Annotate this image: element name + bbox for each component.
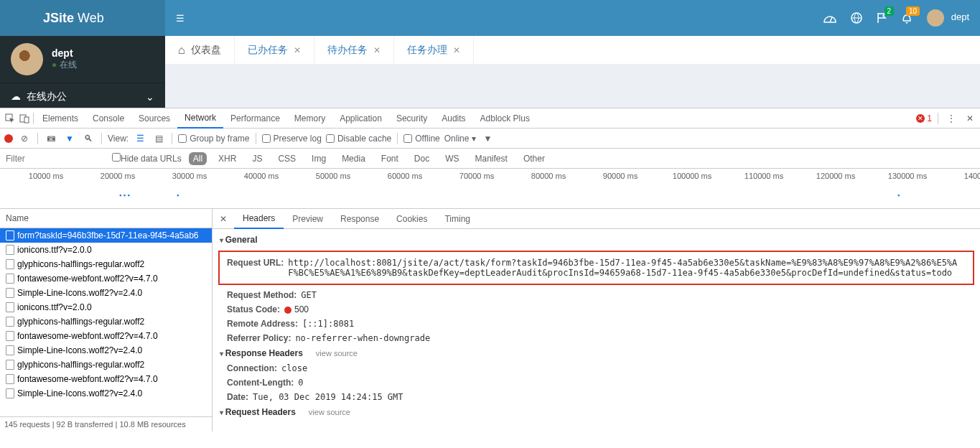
camera-icon[interactable]: 📷︎ [44,134,58,144]
request-row[interactable]: ionicons.ttf?v=2.0.0 [0,243,212,257]
request-row[interactable]: form?taskId=946b3fbe-15d7-11ea-9f45-4a5a… [0,228,212,243]
app-logo[interactable]: JSite Web [0,0,165,36]
request-row[interactable]: fontawesome-webfont.woff2?v=4.7.0 [0,271,212,286]
globe-icon[interactable] [851,12,862,24]
detail-tab-cookies[interactable]: Cookies [388,209,436,229]
clear-icon[interactable]: ⊘ [17,134,32,144]
timeline-marker: ▪ [897,192,900,199]
list-view-icon[interactable]: ☰ [133,134,147,144]
filter-type-manifest[interactable]: Manifest [471,152,512,165]
divider [101,133,102,144]
header-actions: 2 10 dept [823,9,969,27]
arrow-down-icon[interactable]: ▼ [480,134,495,144]
detail-tab-headers[interactable]: Headers [234,209,284,229]
section-response-headers[interactable]: Response Headersview source [213,345,980,361]
detail-tab-preview[interactable]: Preview [284,209,332,229]
filter-type-js[interactable]: JS [248,152,266,165]
dt-tab-adblock[interactable]: Adblock Plus [473,108,537,129]
header-bar: ☰ 2 10 dept [165,0,980,36]
user-avatar-icon [11,43,43,75]
record-icon[interactable] [4,134,13,143]
hide-data-urls-checkbox[interactable]: Hide data URLs [112,153,182,164]
dt-tab-console[interactable]: Console [85,108,131,129]
filter-type-doc[interactable]: Doc [410,152,434,165]
flag-icon[interactable]: 2 [877,12,887,24]
divider [37,133,38,144]
filter-type-font[interactable]: Font [377,152,403,165]
dt-tab-memory[interactable]: Memory [287,108,332,129]
filter-type-css[interactable]: CSS [274,152,300,165]
search-icon[interactable]: 🔍︎ [81,134,95,144]
view-source-link[interactable]: view source [316,349,358,358]
view-source-link[interactable]: view source [309,408,350,416]
sidebar-item-office[interactable]: 在线办公 ⌄ [0,83,165,111]
dt-tab-audits[interactable]: Audits [434,108,472,129]
request-row[interactable]: Simple-Line-Icons.woff2?v=2.4.0 [0,286,212,300]
request-row[interactable]: fontawesome-webfont.woff2?v=4.7.0 [0,372,212,386]
tab-todo[interactable]: 待办任务✕ [314,36,394,64]
inspect-icon[interactable] [3,113,17,123]
header-user[interactable]: dept [927,9,969,27]
close-icon[interactable]: ✕ [294,45,301,55]
timeline[interactable]: 10000 ms 20000 ms 30000 ms 40000 ms 5000… [0,169,980,209]
detail-body: General Request URL:http://localhost:808… [213,229,980,431]
header-user-label: dept [951,11,969,22]
name-column-header[interactable]: Name [0,209,212,228]
request-row[interactable]: glyphicons-halflings-regular.woff2 [0,257,212,271]
dt-tab-network[interactable]: Network [177,108,223,129]
dt-tab-sources[interactable]: Sources [131,108,177,129]
dt-tab-security[interactable]: Security [389,108,434,129]
dt-tab-elements[interactable]: Elements [35,108,85,129]
tab-process[interactable]: 任务办理✕ [394,36,474,64]
filter-type-xhr[interactable]: XHR [214,152,241,165]
request-row[interactable]: Simple-Line-Icons.woff2?v=2.4.0 [0,343,212,358]
svg-rect-3 [24,117,29,123]
status-code-value: 500 [284,304,309,314]
error-dot-icon: ✕ [916,114,925,123]
group-by-frame-checkbox[interactable]: Group by frame [178,134,249,144]
request-row[interactable]: glyphicons-halflings-regular.woff2 [0,314,212,329]
status-error-icon [284,307,291,314]
divider [938,113,938,124]
offline-checkbox[interactable]: Offline [403,134,439,144]
request-row[interactable]: ionicons.ttf?v=2.0.0 [0,300,212,314]
preserve-log-checkbox[interactable]: Preserve log [262,134,322,144]
request-row[interactable]: Simple-Line-Icons.woff2?v=2.4.0 [0,386,212,401]
large-view-icon[interactable]: ▤ [151,134,166,144]
more-icon[interactable]: ⋮ [944,113,958,123]
disable-cache-checkbox[interactable]: Disable cache [326,134,391,144]
request-url-value: http://localhost:8081/jsite/a/act/task/f… [288,258,966,278]
close-icon[interactable]: ✕ [373,45,381,55]
filter-type-ws[interactable]: WS [441,152,463,165]
filter-icon[interactable]: ▼ [62,134,77,144]
request-row[interactable]: glyphicons-halflings-regular.woff2 [0,358,212,372]
filter-type-all[interactable]: All [189,152,207,165]
timeline-marker: ▪ ▪ ▪ [119,192,130,199]
dashboard-icon[interactable] [823,13,836,23]
close-detail-icon[interactable]: ✕ [213,214,234,224]
tab-done[interactable]: 已办任务✕ [235,36,314,64]
bell-icon[interactable]: 10 [901,12,913,24]
detail-tab-timing[interactable]: Timing [436,209,479,229]
dt-tab-application[interactable]: Application [332,108,389,129]
name-panel: Name form?taskId=946b3fbe-15d7-11ea-9f45… [0,209,213,431]
device-icon[interactable] [17,113,32,123]
section-general[interactable]: General [213,232,980,248]
error-indicator[interactable]: ✕1 [916,113,932,123]
dt-tab-performance[interactable]: Performance [223,108,287,129]
menu-toggle-icon[interactable]: ☰ [176,13,185,24]
filter-type-other[interactable]: Other [519,152,549,165]
request-row[interactable]: fontawesome-webfont.woff2?v=4.7.0 [0,329,212,343]
section-request-headers[interactable]: Request Headersview source [213,404,980,420]
file-icon [6,360,14,370]
app-header: JSite Web ☰ 2 10 dept [0,0,980,36]
tab-dashboard[interactable]: 仪表盘 [165,36,235,64]
throttle-select[interactable]: Online [444,134,477,144]
detail-tab-response[interactable]: Response [332,209,388,229]
filter-input[interactable] [4,152,105,165]
filter-type-media[interactable]: Media [337,152,370,165]
sidebar: dept ● 在线 在线办公 ⌄ [0,36,165,108]
filter-type-img[interactable]: Img [307,152,330,165]
close-icon[interactable]: ✕ [453,45,460,55]
close-icon[interactable]: ✕ [963,113,977,123]
